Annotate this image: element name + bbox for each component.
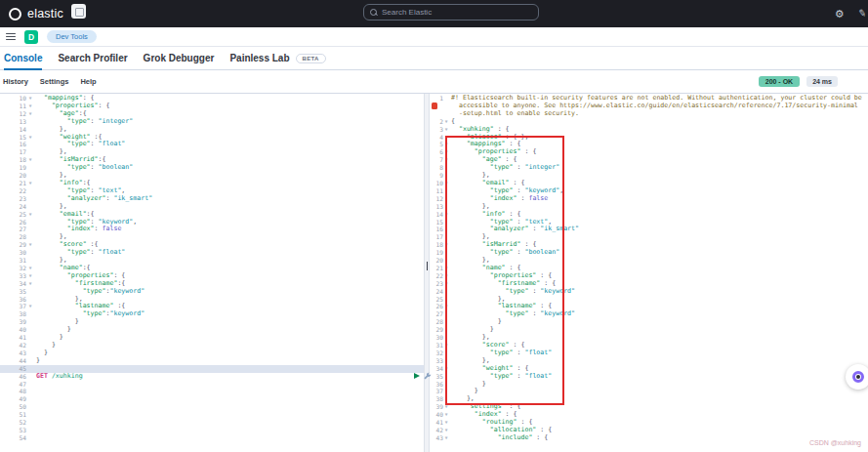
request-line[interactable]: 50 <box>0 403 424 411</box>
line-number: 52 <box>0 419 26 427</box>
response-viewer[interactable]: 1#! Elasticsearch built-in security feat… <box>430 94 868 452</box>
fold-toggle-icon[interactable]: ▼ <box>26 241 34 249</box>
code-text: }, <box>34 257 424 265</box>
line-number: 17 <box>0 148 26 156</box>
response-line[interactable]: 35 "type" : "float" <box>430 373 868 381</box>
fold-toggle-icon[interactable]: ▼ <box>26 110 34 118</box>
request-line[interactable]: 44} <box>0 357 424 365</box>
fold-toggle-icon[interactable]: ▼ <box>26 156 34 164</box>
tab-painless-lab[interactable]: Painless LabBETA <box>229 47 325 70</box>
line-number: 43 <box>0 349 26 357</box>
response-line[interactable]: 19 "type" : "boolean" <box>430 249 868 257</box>
request-line[interactable]: 42 } <box>0 342 424 349</box>
gear-icon[interactable]: ⚙ <box>835 9 845 20</box>
code-text: "include" : { <box>449 434 868 442</box>
code-text: -setup.html to enable security. <box>449 110 868 118</box>
fold-toggle-icon[interactable]: ▼ <box>26 280 34 288</box>
code-text: "analyzer": "ik_smart" <box>34 195 424 203</box>
request-line[interactable]: 52 <box>0 419 424 427</box>
code-text <box>34 381 424 389</box>
request-line[interactable]: 41 } <box>0 334 424 342</box>
space-avatar[interactable]: D <box>24 30 38 44</box>
line-number: 25 <box>0 211 26 219</box>
request-line[interactable]: 43 } <box>0 349 424 357</box>
response-line[interactable]: 36 } <box>430 381 868 389</box>
line-number: 36 <box>0 296 26 304</box>
fold-toggle-icon[interactable]: ▼ <box>26 134 34 142</box>
breadcrumb[interactable]: Dev Tools <box>47 30 97 43</box>
code-text: GET /xuhking <box>34 373 424 381</box>
line-number: 16 <box>0 141 26 148</box>
elastic-logo[interactable]: elastic <box>9 7 63 21</box>
response-line[interactable]: 37 } <box>430 388 868 395</box>
pencil-icon[interactable]: ✎ <box>857 8 867 19</box>
code-text: "type": "float" <box>34 141 424 148</box>
line-number: 17 <box>430 233 443 241</box>
line-number: 13 <box>430 203 443 211</box>
response-warning-line[interactable]: -setup.html to enable security. <box>430 110 868 118</box>
request-line[interactable]: 51 <box>0 411 424 419</box>
code-text <box>34 365 424 373</box>
fold-toggle-icon[interactable]: ▼ <box>26 272 34 280</box>
line-number: 40 <box>430 411 443 419</box>
line-number: 54 <box>0 434 26 442</box>
fold-gutter <box>26 226 34 233</box>
fold-gutter <box>26 395 34 403</box>
tab-grok-debugger[interactable]: Grok Debugger <box>144 47 215 70</box>
tab-search-profiler[interactable]: Search Profiler <box>58 47 127 70</box>
fold-gutter <box>26 172 34 180</box>
toolbar-item-history[interactable]: History <box>3 77 28 86</box>
line-number: 6 <box>430 148 443 156</box>
response-line[interactable]: 8 "type" : "integer" <box>430 164 868 172</box>
request-editor[interactable]: 10▼ "mappings": {11▼ "properties": {12▼ … <box>0 94 424 452</box>
request-line[interactable]: 46GET /xuhking <box>0 373 424 381</box>
response-line[interactable]: 43▼ "include" : { <box>430 434 868 442</box>
assistant-fab-button[interactable] <box>846 364 868 390</box>
request-line[interactable]: 48 <box>0 388 424 395</box>
fold-toggle-icon[interactable]: ▼ <box>26 95 34 103</box>
request-line[interactable]: 47 <box>0 381 424 389</box>
fold-toggle-icon[interactable]: ▼ <box>26 303 34 310</box>
code-text: "type":"keyword" <box>34 288 424 296</box>
request-options-wrench-icon[interactable] <box>424 372 432 380</box>
response-line[interactable]: 12 "index" : false <box>430 195 868 203</box>
line-number: 41 <box>430 419 443 427</box>
fold-toggle-icon[interactable]: ▼ <box>26 265 34 272</box>
line-number: 33 <box>0 272 26 280</box>
global-search-box[interactable] <box>363 4 539 21</box>
fold-gutter <box>26 288 34 296</box>
line-number: 14 <box>430 211 443 219</box>
response-line[interactable]: 29 } <box>430 326 868 334</box>
request-line[interactable]: 40 } <box>0 326 424 334</box>
fold-toggle-icon[interactable]: ▼ <box>26 211 34 219</box>
code-text <box>34 395 424 403</box>
code-text: "analyzer" : "ik_smart" <box>449 226 868 233</box>
line-number: 8 <box>430 164 443 172</box>
response-line[interactable]: 16 "analyzer" : "ik_smart" <box>430 226 868 233</box>
code-text: "type" : "keyword" <box>449 310 868 318</box>
menu-icon[interactable] <box>6 33 16 41</box>
line-number: 10 <box>0 95 26 103</box>
fold-gutter <box>26 187 34 195</box>
fold-gutter <box>26 373 34 381</box>
request-line[interactable]: 49 <box>0 395 424 403</box>
fold-toggle-icon[interactable]: ▼ <box>26 180 34 187</box>
app-square-icon <box>71 4 86 19</box>
fold-gutter <box>26 357 34 365</box>
fold-gutter <box>26 126 34 134</box>
response-line[interactable]: 32 "type" : "float" <box>430 349 868 357</box>
search-input[interactable] <box>382 8 532 17</box>
code-text <box>34 411 424 419</box>
send-request-button[interactable] <box>414 373 420 379</box>
line-number: 34 <box>430 365 443 373</box>
code-text: "type": "float" <box>34 249 424 257</box>
line-number: 42 <box>0 342 26 349</box>
tab-console[interactable]: Console <box>4 47 42 70</box>
line-number: 11 <box>0 103 26 110</box>
request-line[interactable]: 54 <box>0 434 424 442</box>
response-line[interactable]: 28 } <box>430 318 868 326</box>
request-line[interactable]: 53 <box>0 427 424 434</box>
toolbar-item-settings[interactable]: Settings <box>40 77 69 86</box>
fold-toggle-icon[interactable]: ▼ <box>26 103 34 110</box>
toolbar-item-help[interactable]: Help <box>80 77 96 86</box>
